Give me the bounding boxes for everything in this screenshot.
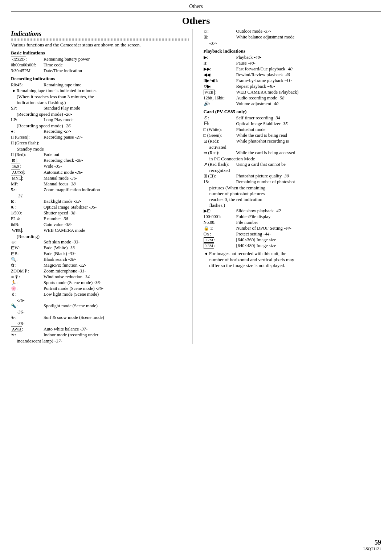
basic-row-datetime: 3:30:45PM Date/Time indication	[11, 68, 189, 74]
rec-row-magicpix: ✿: MagicPix function -32-	[11, 263, 189, 268]
symbol-remaining: 18:	[204, 179, 236, 185]
rec-row-fadew: ⊟W: Fade (White) -33-	[11, 245, 189, 251]
symbol-02m: 0.2M:	[204, 237, 236, 243]
symbol-5x: 5×:	[11, 187, 44, 193]
card-note: ● For images not recorded with this unit…	[204, 251, 381, 257]
symbol-mnl: MNL:	[11, 176, 44, 181]
rec-row-sports: 🏃: Sports mode (Scene mode) -36-	[11, 280, 189, 286]
symbol-record-dot: ●:	[11, 129, 44, 134]
pb-row-webcam: WEB: WEB CAMERA mode (Playback)	[204, 90, 381, 95]
rec-indent-2: indication starts flashing.)	[11, 100, 189, 106]
card-note-2: differ so the image size is not displaye…	[204, 263, 381, 268]
symbol-folder: 100-0001:	[204, 214, 236, 219]
symbol-indoor: ☀:	[11, 332, 44, 338]
pb-row-pause: II: Pause -40-	[204, 61, 381, 66]
page-footer: 59 LSQT1121	[363, 539, 381, 551]
rec-lp-indent: (Recording speed mode) -26-	[11, 123, 189, 129]
rec-row-portrait: 🌸: Portrait mode (Scene mode) -36-	[11, 286, 189, 291]
symbol-reccheck: ⊡:	[11, 158, 44, 163]
rec-row-zoom: ZOOM🎙: Zoom microphone -31-	[11, 268, 189, 274]
rec-row-web: WEB: WEB CAMERA mode	[11, 228, 189, 233]
rec-row-awb: AWB: Auto white balance -37-	[11, 327, 189, 332]
section-title: Indications	[11, 30, 189, 38]
rec-sp-indent: (Recording speed mode) -26-	[11, 111, 189, 117]
rec-row-red: II (Red): Fade out	[11, 152, 189, 157]
symbol-awb: AWB:	[11, 327, 44, 332]
card-row-photoshot-green: □ (Green): While the card is being read	[204, 133, 381, 138]
rec-row-wide: 16:9: Wide -35-	[11, 164, 189, 169]
card-pcconn-indent: in PC Connection Mode	[204, 156, 381, 162]
card-unrecog-indent: recognized	[204, 168, 381, 173]
intro-text: Various functions and the Camcorder stat…	[11, 42, 189, 48]
card-row-selftimer: ⏱: Self-timer recording -34-	[204, 115, 381, 121]
symbol-backlight: ⊠:	[11, 199, 44, 204]
card-row-photoshot-red: ⊡ (Red): While photoshot recording is	[204, 139, 381, 144]
symbol-white: □ (White):	[204, 127, 236, 132]
rec-row-lowlight: 🕯: Low light mode (Scene mode)	[11, 292, 189, 297]
rec-row-green-pause: II (Green): Recording pause -27-	[11, 135, 189, 140]
symbol-blank: 🔍:	[11, 257, 44, 262]
rec-row-snow: ⛷: Surf & snow mode (Scene mode)	[11, 315, 189, 320]
right-wb-indent: -37-	[204, 40, 381, 46]
rec-row-auto: AUTO: Automatic mode -26-	[11, 170, 189, 175]
symbol-snow: ⛷:	[11, 315, 44, 320]
symbol-lowlight: 🕯:	[11, 292, 44, 297]
symbol-web: WEB:	[11, 228, 44, 233]
symbol-filenum: No.00:	[204, 220, 236, 225]
symbol-unrecog: ↗ (Red flash):	[204, 162, 236, 167]
card-row-photoshot-white: □ (White): Photoshot mode	[204, 127, 381, 132]
symbol-pcconn: ⇒ (Red):	[204, 150, 236, 156]
pb-row-audio: 12bit, 16bit: Audio recording mode -58-	[204, 95, 381, 101]
rec-row-shutter: 1/500: Shutter speed -38-	[11, 210, 189, 216]
card-row-03m: 0.3M: [640×480] Image size	[204, 243, 381, 249]
rec-row-fadeb: ⊟B: Fade (Black) -33-	[11, 251, 189, 257]
recording-indications-title: Recording indications	[11, 76, 189, 82]
symbol-timecode: 0h00m00s00f:	[11, 62, 44, 68]
card-rem-4: flashes.)	[204, 202, 381, 208]
card-row-unrecog: ↗ (Red flash): Using a card that cannot …	[204, 162, 381, 167]
rec-row-recording: ●: Recording -27-	[11, 129, 189, 134]
symbol-magicpix: ✿:	[11, 263, 44, 268]
symbol-sports: 🏃:	[11, 280, 44, 286]
rec-row-ois: ⛨: Optical Image Stabilizer -35-	[11, 205, 189, 210]
symbol-spotlight: 🔦:	[11, 303, 44, 309]
symbol-outdoor: ☼:	[204, 29, 236, 34]
card-row-folder: 100-0001: Folder/File display	[204, 214, 381, 219]
main-title: Others	[11, 16, 381, 26]
symbol-r045: R0:45:	[11, 82, 44, 88]
right-column: ☼: Outdoor mode -37- ⊞: White balance ad…	[200, 29, 381, 344]
symbol-card-ois: 🎞:	[204, 121, 236, 127]
symbol-fadew: ⊟W:	[11, 245, 44, 251]
rec-lowlight-indent: -36-	[11, 298, 189, 303]
card-row-filenum: No.00: File number	[204, 220, 381, 225]
symbol-repeat: ↺▶:	[204, 84, 236, 89]
right-row-outdoor: ☼: Outdoor mode -37-	[204, 29, 381, 34]
symbol-dpof: 🔒 1:	[204, 226, 236, 231]
pb-row-rew: ◀◀: Rewind/Review playback -40-	[204, 72, 381, 78]
symbol-lp: LP:	[11, 117, 44, 123]
basic-row-timecode: 0h00m00s00f: Time code	[11, 62, 189, 68]
rec-bullet-1: ● Remaining tape time is indicated in mi…	[11, 88, 189, 94]
symbol-auto: AUTO:	[11, 170, 44, 175]
symbol-sp: SP:	[11, 106, 44, 111]
rec-row-indoor: ☀: Indoor mode (recording under	[11, 332, 189, 338]
rec-row-mf: MF: Manual focus -38-	[11, 181, 189, 187]
rec-row-windnoise: ≋🎙: Wind noise reduction -34-	[11, 274, 189, 280]
card-row-remaining: 18: Remaining number of photoshot	[204, 179, 381, 185]
card-note-1: number of horizontal and vertical pixels…	[204, 257, 381, 263]
symbol-datetime: 3:30:45PM	[11, 68, 44, 74]
card-row-slideshow: ▶⊡: Slide show playback -42-	[204, 208, 381, 214]
card-row-pcconn: ⇒ (Red): While the card is being accesse…	[204, 150, 381, 156]
rec-row-r045: R0:45: Remaining tape time	[11, 82, 189, 88]
symbol-03m: 0.3M:	[204, 243, 236, 249]
symbol-zoom: ZOOM🎙:	[11, 268, 44, 274]
rec-row-reccheck: ⊡: Recording check -28-	[11, 158, 189, 163]
symbol-wide: 16:9:	[11, 164, 44, 169]
basic-indications-title: Basic indications	[11, 50, 189, 56]
pb-row-ff: ▶▶: Fast forward/Cue playback -40-	[204, 66, 381, 72]
symbol-green: □ (Green):	[204, 133, 236, 138]
pb-row-repeat: ↺▶: Repeat playback -40-	[204, 84, 381, 89]
symbol-green-pause: II (Green):	[11, 135, 44, 140]
rec-row-blank: 🔍: Blank search -28-	[11, 257, 189, 262]
pb-row-frame: II▶/◀II: Frame-by-frame playback -41-	[204, 78, 381, 83]
